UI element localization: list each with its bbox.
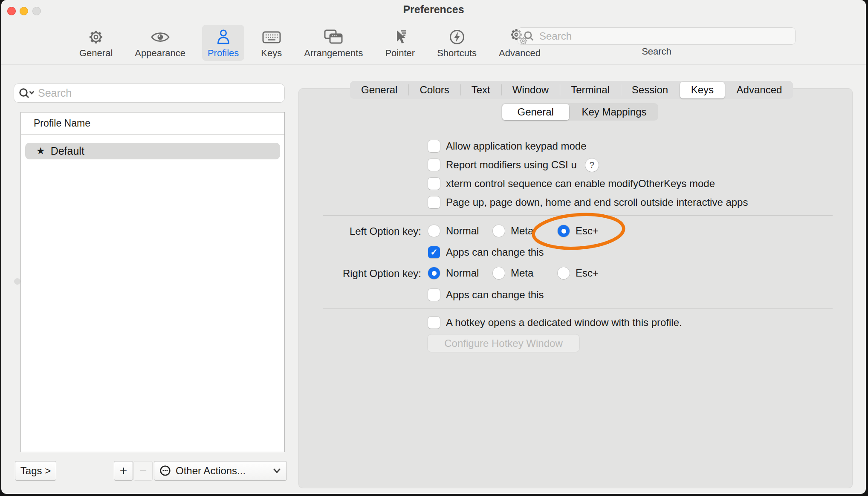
right-option-meta-radio[interactable] — [493, 267, 505, 279]
ellipsis-circle-icon — [159, 465, 171, 477]
toolbar-item-shortcuts[interactable]: Shortcuts — [431, 25, 482, 61]
lightning-icon — [448, 27, 466, 47]
tab-window[interactable]: Window — [501, 81, 560, 99]
left-option-key-label: Left Option key: — [273, 225, 421, 237]
toolbar-search-placeholder: Search — [539, 30, 572, 42]
section-divider — [323, 215, 833, 216]
right-option-key-label: Right Option key: — [273, 268, 421, 280]
tab-terminal[interactable]: Terminal — [560, 81, 621, 99]
toolbar-search-caption: Search — [518, 46, 796, 57]
add-profile-button[interactable]: + — [114, 461, 133, 481]
profile-list-header: Profile Name — [21, 112, 284, 135]
profile-search-placeholder: Search — [38, 87, 72, 99]
splitter-handle-dot — [14, 278, 20, 285]
tab-keys[interactable]: Keys — [680, 82, 725, 98]
toolbar-item-arrangements[interactable]: Arrangements — [298, 25, 368, 61]
left-option-esc: Esc+ — [558, 225, 599, 237]
right-option-esc: Esc+ — [558, 267, 599, 280]
window-title: Preferences — [1, 3, 866, 16]
keyboard-icon — [262, 27, 281, 47]
right-option-normal: Normal — [428, 267, 479, 280]
keypad-mode-checkbox[interactable] — [428, 140, 440, 152]
csi-u-row: Report modifiers using CSI u ? — [428, 159, 599, 171]
toolbar-item-general[interactable]: General — [74, 25, 118, 61]
remove-profile-button[interactable]: − — [133, 461, 153, 481]
left-option-meta-radio[interactable] — [493, 225, 505, 237]
toolbar-item-appearance[interactable]: Appearance — [129, 25, 191, 61]
left-option-normal-radio[interactable] — [428, 225, 440, 237]
left-option-normal: Normal — [428, 225, 479, 237]
hotkey-row: A hotkey opens a dedicated window with t… — [428, 316, 682, 329]
preferences-toolbar: General Appearance Profiles — [74, 25, 546, 61]
profile-search-field[interactable]: Search — [14, 84, 285, 103]
keys-subtab-bar: General Key Mappings — [501, 103, 658, 121]
tab-advanced[interactable]: Advanced — [726, 81, 793, 99]
search-icon — [523, 30, 535, 42]
subtab-key-mappings[interactable]: Key Mappings — [570, 103, 658, 121]
right-apps-can-change-checkbox[interactable] — [428, 289, 440, 301]
other-actions-label: Other Actions... — [176, 465, 246, 477]
search-filter-icon — [18, 87, 35, 100]
profile-row-default[interactable]: ★ Default — [25, 143, 280, 159]
gear-icon — [87, 27, 104, 47]
profile-tab-bar: General Colors Text Window Terminal Sess… — [350, 81, 793, 99]
help-button[interactable]: ? — [585, 159, 599, 172]
subtab-general[interactable]: General — [502, 104, 569, 120]
toolbar-item-profiles[interactable]: Profiles — [202, 25, 244, 61]
configure-hotkey-window-button[interactable]: Configure Hotkey Window — [428, 335, 579, 352]
tab-text[interactable]: Text — [460, 81, 501, 99]
toolbar-divider — [1, 64, 866, 65]
toolbar-item-keys[interactable]: Keys — [255, 25, 287, 61]
right-option-esc-radio[interactable] — [558, 267, 570, 279]
left-apps-can-change-checkbox[interactable]: ✓ — [428, 246, 440, 258]
other-actions-dropdown[interactable]: Other Actions... — [154, 461, 287, 481]
right-apps-can-change-row: Apps can change this — [428, 288, 544, 301]
left-apps-can-change-row: ✓ Apps can change this — [428, 246, 544, 259]
preferences-window: Preferences General Appearance Profile — [1, 0, 866, 494]
cursor-icon — [391, 27, 408, 47]
scroll-outside-apps-checkbox[interactable] — [428, 196, 440, 208]
person-icon — [215, 27, 232, 47]
scroll-outside-apps-row: Page up, page down, home and end scroll … — [428, 196, 748, 209]
left-option-meta: Meta — [493, 225, 533, 237]
eye-icon — [151, 27, 170, 47]
profile-name: Default — [51, 145, 84, 157]
tab-colors[interactable]: Colors — [408, 81, 460, 99]
modify-other-keys-checkbox[interactable] — [428, 178, 440, 190]
chevron-down-icon — [273, 468, 281, 474]
profile-list: Profile Name ★ Default — [20, 112, 285, 452]
keypad-mode-row: Allow application keypad mode — [428, 140, 587, 153]
windows-icon — [324, 27, 343, 47]
right-option-normal-radio[interactable] — [428, 267, 440, 279]
toolbar-item-pointer[interactable]: Pointer — [379, 25, 420, 61]
section-divider — [323, 308, 833, 309]
tab-general[interactable]: General — [350, 81, 408, 99]
right-option-meta: Meta — [493, 267, 533, 280]
star-icon: ★ — [36, 146, 45, 156]
tab-session[interactable]: Session — [621, 81, 679, 99]
left-option-esc-radio[interactable] — [558, 225, 570, 237]
modify-other-keys-row: xterm control sequence can enable modify… — [428, 177, 715, 190]
toolbar-search-field[interactable]: Search — [518, 27, 796, 45]
tags-button[interactable]: Tags > — [15, 461, 56, 481]
csi-u-checkbox[interactable] — [428, 159, 440, 171]
hotkey-checkbox[interactable] — [428, 317, 440, 329]
